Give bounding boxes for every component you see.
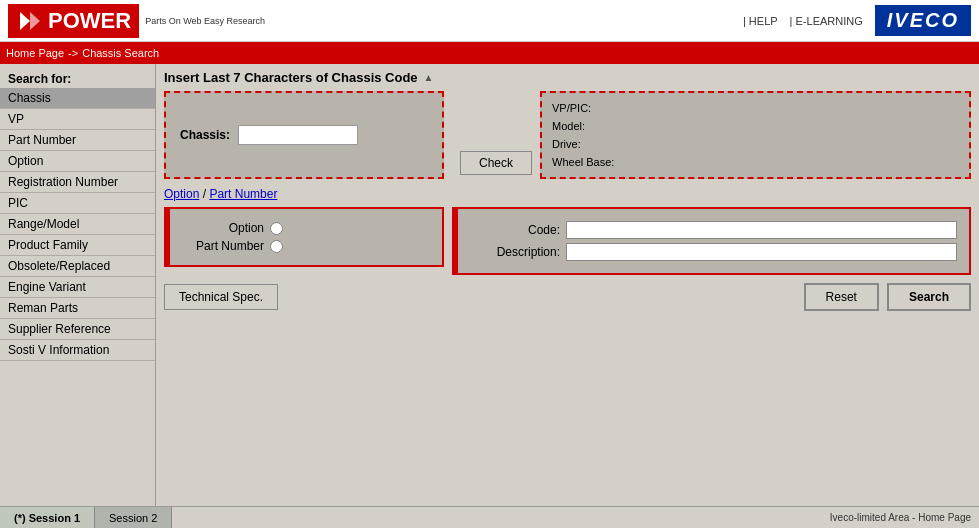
sidebar: Search for: Chassis VP Part Number Optio… <box>0 64 156 506</box>
wheel-base-label: Wheel Base: <box>552 156 614 168</box>
section-title-text: Insert Last 7 Characters of Chassis Code <box>164 70 418 85</box>
description-label: Description: <box>470 245 560 259</box>
option-panel: Option Part Number Code: Description: <box>164 207 971 275</box>
logo-subtitle: Parts On Web Easy Research <box>145 16 265 26</box>
option-radio-box: Option Part Number <box>164 207 444 267</box>
info-vp-pic: VP/PIC: <box>552 99 959 117</box>
vp-pic-label: VP/PIC: <box>552 102 591 114</box>
session2-tab[interactable]: Session 2 <box>95 507 172 528</box>
part-number-radio-label: Part Number <box>184 239 264 253</box>
description-field-row: Description: <box>470 243 957 261</box>
session1-tab[interactable]: (*) Session 1 <box>0 507 95 528</box>
navbar: Home Page -> Chassis Search <box>0 42 979 64</box>
logo-subtitle-area: Parts On Web Easy Research <box>145 16 265 26</box>
chassis-info-box: VP/PIC: Model: Drive: Wheel Base: <box>540 91 971 179</box>
section-title: Insert Last 7 Characters of Chassis Code… <box>164 70 971 85</box>
part-number-radio[interactable] <box>270 240 283 253</box>
option-section-header: Option / Part Number <box>164 187 971 201</box>
option-header-link[interactable]: Option <box>164 187 199 201</box>
statusbar-info: Iveco-limited Area - Home Page <box>830 512 979 523</box>
header: POWER Parts On Web Easy Research | HELP … <box>0 0 979 42</box>
code-input[interactable] <box>566 221 957 239</box>
sidebar-item-pic[interactable]: PIC <box>0 193 155 214</box>
power-logo: POWER <box>8 4 139 38</box>
statusbar: (*) Session 1 Session 2 Iveco-limited Ar… <box>0 506 979 528</box>
sidebar-item-chassis[interactable]: Chassis <box>0 88 155 109</box>
home-link[interactable]: Home Page <box>6 47 64 59</box>
current-page-link[interactable]: Chassis Search <box>82 47 159 59</box>
header-right: | HELP | E-LEARNING IVECO <box>743 5 971 36</box>
sidebar-item-range-model[interactable]: Range/Model <box>0 214 155 235</box>
help-link[interactable]: | HELP <box>743 15 778 27</box>
sidebar-item-vp[interactable]: VP <box>0 109 155 130</box>
elearning-link[interactable]: | E-LEARNING <box>790 15 863 27</box>
btn-group: Reset Search <box>804 283 971 311</box>
content-area: Insert Last 7 Characters of Chassis Code… <box>156 64 979 506</box>
sidebar-item-option[interactable]: Option <box>0 151 155 172</box>
iveco-logo: IVECO <box>875 5 971 36</box>
tech-spec-button[interactable]: Technical Spec. <box>164 284 278 310</box>
info-model: Model: <box>552 117 959 135</box>
chassis-input-box: Chassis: <box>164 91 444 179</box>
drive-label: Drive: <box>552 138 581 150</box>
sidebar-item-part-number[interactable]: Part Number <box>0 130 155 151</box>
action-bar: Technical Spec. Reset Search <box>164 283 971 311</box>
check-area: Check <box>460 91 532 179</box>
svg-marker-0 <box>20 12 30 30</box>
nav-separator: -> <box>68 47 78 59</box>
code-label: Code: <box>470 223 560 237</box>
description-input[interactable] <box>566 243 957 261</box>
option-header-sep: / <box>203 187 206 201</box>
option-radio-row: Option <box>184 221 428 235</box>
option-fields-box: Code: Description: <box>452 207 971 275</box>
sidebar-item-engine-variant[interactable]: Engine Variant <box>0 277 155 298</box>
info-drive: Drive: <box>552 135 959 153</box>
logo-text: POWER <box>48 8 131 34</box>
model-label: Model: <box>552 120 585 132</box>
sidebar-item-obsolete-replaced[interactable]: Obsolete/Replaced <box>0 256 155 277</box>
triangle-icon: ▲ <box>424 72 434 83</box>
sidebar-item-product-family[interactable]: Product Family <box>0 235 155 256</box>
sidebar-title: Search for: <box>0 68 155 88</box>
sidebar-item-registration-number[interactable]: Registration Number <box>0 172 155 193</box>
search-button[interactable]: Search <box>887 283 971 311</box>
reset-button[interactable]: Reset <box>804 283 879 311</box>
option-radio-label: Option <box>184 221 264 235</box>
code-field-row: Code: <box>470 221 957 239</box>
logo-area: POWER Parts On Web Easy Research <box>8 4 265 38</box>
main-layout: Search for: Chassis VP Part Number Optio… <box>0 64 979 506</box>
chassis-label: Chassis: <box>180 128 230 142</box>
part-number-radio-row: Part Number <box>184 239 428 253</box>
svg-marker-1 <box>30 12 40 30</box>
sidebar-item-supplier-reference[interactable]: Supplier Reference <box>0 319 155 340</box>
chassis-panel: Chassis: Check VP/PIC: Model: Drive: <box>164 91 971 179</box>
sidebar-item-sosti-v[interactable]: Sosti V Information <box>0 340 155 361</box>
part-number-header-link[interactable]: Part Number <box>209 187 277 201</box>
info-wheel-base: Wheel Base: <box>552 153 959 171</box>
sidebar-item-reman-parts[interactable]: Reman Parts <box>0 298 155 319</box>
check-button[interactable]: Check <box>460 151 532 175</box>
logo-icon <box>16 10 44 32</box>
option-radio[interactable] <box>270 222 283 235</box>
chassis-input[interactable] <box>238 125 358 145</box>
